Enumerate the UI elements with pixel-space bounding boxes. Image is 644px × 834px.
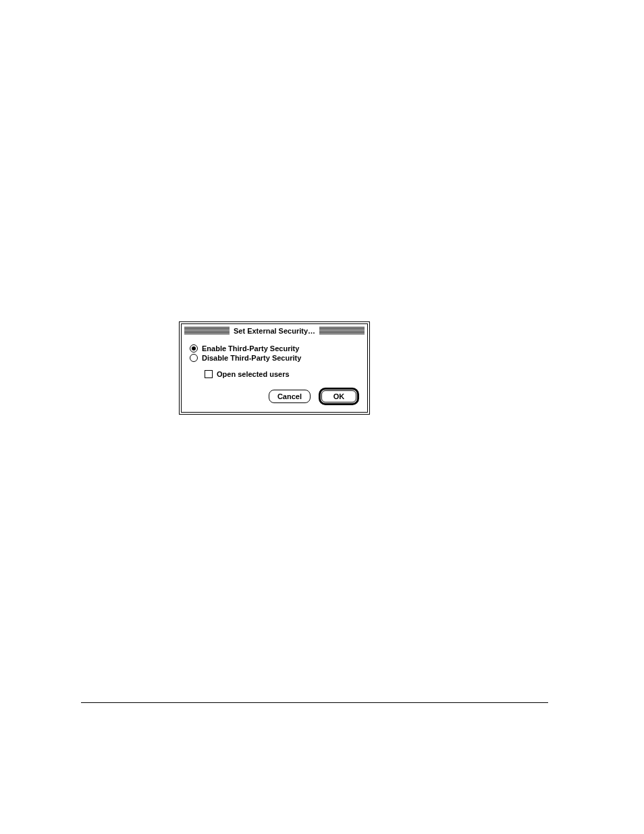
disable-security-label: Disable Third-Party Security (202, 354, 301, 362)
radio-checked-icon (190, 344, 198, 353)
titlebar-lines-right-icon (319, 327, 365, 335)
ok-button[interactable]: OK (321, 390, 356, 402)
checkbox-unchecked-icon (205, 370, 213, 378)
page-footer-rule (81, 702, 548, 703)
dialog-button-row: Cancel OK (190, 388, 359, 405)
dialog-body: Enable Third-Party Security Disable Thir… (182, 338, 367, 412)
open-selected-users-label: Open selected users (217, 370, 290, 378)
open-selected-users-checkbox[interactable]: Open selected users (205, 370, 359, 378)
external-security-dialog: Set External Security… Enable Third-Part… (179, 321, 370, 415)
enable-security-label: Enable Third-Party Security (202, 344, 299, 353)
dialog-inner-frame: Set External Security… Enable Third-Part… (181, 323, 368, 413)
disable-security-radio[interactable]: Disable Third-Party Security (190, 354, 359, 362)
default-button-ring: OK (319, 388, 359, 405)
titlebar-lines-left-icon (184, 327, 230, 335)
dialog-title: Set External Security… (234, 327, 315, 335)
cancel-button[interactable]: Cancel (269, 390, 311, 403)
radio-unchecked-icon (190, 354, 198, 362)
enable-security-radio[interactable]: Enable Third-Party Security (190, 344, 359, 353)
security-radio-group: Enable Third-Party Security Disable Thir… (190, 344, 359, 362)
dialog-titlebar[interactable]: Set External Security… (182, 324, 367, 338)
